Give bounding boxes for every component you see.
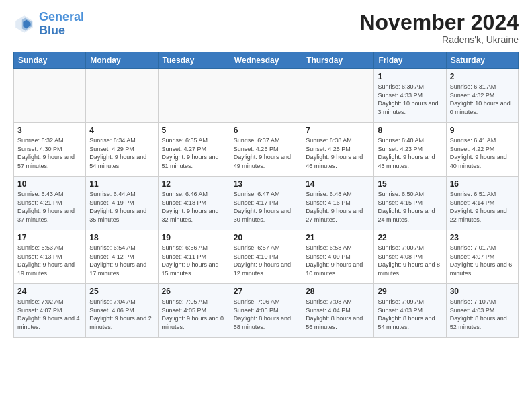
calendar-week-3: 10Sunrise: 6:43 AMSunset: 4:21 PMDayligh…: [14, 177, 519, 230]
day-info: Sunrise: 7:06 AMSunset: 4:05 PMDaylight:…: [234, 298, 298, 331]
calendar-cell: 27Sunrise: 7:06 AMSunset: 4:05 PMDayligh…: [230, 284, 302, 338]
day-info: Sunrise: 6:37 AMSunset: 4:26 PMDaylight:…: [234, 136, 298, 170]
day-number: 14: [306, 179, 370, 189]
day-info: Sunrise: 6:30 AMSunset: 4:33 PMDaylight:…: [378, 83, 442, 116]
calendar-cell: [158, 69, 230, 123]
calendar-week-1: 1Sunrise: 6:30 AMSunset: 4:33 PMDaylight…: [14, 69, 519, 123]
day-number: 27: [234, 287, 298, 296]
calendar-cell: 14Sunrise: 6:48 AMSunset: 4:16 PMDayligh…: [302, 177, 374, 230]
calendar-week-4: 17Sunrise: 6:53 AMSunset: 4:13 PMDayligh…: [14, 230, 519, 284]
calendar-table: Sunday Monday Tuesday Wednesday Thursday…: [13, 52, 519, 338]
calendar-cell: [230, 69, 302, 123]
day-info: Sunrise: 6:48 AMSunset: 4:16 PMDaylight:…: [306, 190, 370, 224]
calendar-cell: 23Sunrise: 7:01 AMSunset: 4:07 PMDayligh…: [446, 230, 518, 284]
day-info: Sunrise: 7:08 AMSunset: 4:04 PMDaylight:…: [306, 298, 370, 331]
header-tuesday: Tuesday: [158, 52, 230, 69]
calendar-cell: 7Sunrise: 6:38 AMSunset: 4:25 PMDaylight…: [302, 123, 374, 177]
calendar-cell: 25Sunrise: 7:04 AMSunset: 4:06 PMDayligh…: [86, 284, 158, 338]
day-number: 16: [450, 179, 515, 189]
day-info: Sunrise: 6:32 AMSunset: 4:30 PMDaylight:…: [17, 136, 82, 170]
day-number: 5: [162, 126, 226, 135]
day-info: Sunrise: 6:53 AMSunset: 4:13 PMDaylight:…: [17, 244, 82, 277]
day-info: Sunrise: 6:54 AMSunset: 4:12 PMDaylight:…: [89, 244, 154, 277]
day-number: 23: [450, 233, 515, 242]
day-number: 19: [162, 233, 226, 242]
day-info: Sunrise: 7:01 AMSunset: 4:07 PMDaylight:…: [450, 244, 515, 277]
day-info: Sunrise: 6:58 AMSunset: 4:09 PMDaylight:…: [306, 244, 370, 277]
day-number: 4: [89, 126, 154, 135]
day-number: 3: [17, 126, 82, 135]
calendar-cell: 19Sunrise: 6:56 AMSunset: 4:11 PMDayligh…: [158, 230, 230, 284]
calendar-cell: 30Sunrise: 7:10 AMSunset: 4:03 PMDayligh…: [446, 284, 518, 338]
day-number: 30: [450, 287, 515, 296]
logo-general: General: [39, 10, 84, 24]
day-number: 29: [378, 287, 442, 296]
header-monday: Monday: [86, 52, 158, 69]
day-number: 1: [378, 72, 442, 81]
calendar-cell: 20Sunrise: 6:57 AMSunset: 4:10 PMDayligh…: [230, 230, 302, 284]
day-info: Sunrise: 6:38 AMSunset: 4:25 PMDaylight:…: [306, 136, 370, 170]
day-number: 7: [306, 126, 370, 135]
day-info: Sunrise: 7:00 AMSunset: 4:08 PMDaylight:…: [378, 244, 442, 277]
calendar-cell: 24Sunrise: 7:02 AMSunset: 4:07 PMDayligh…: [14, 284, 86, 338]
page: General Blue November 2024 Radens'k, Ukr…: [0, 0, 532, 345]
calendar-cell: 28Sunrise: 7:08 AMSunset: 4:04 PMDayligh…: [302, 284, 374, 338]
header-wednesday: Wednesday: [230, 52, 302, 69]
day-number: 13: [234, 179, 298, 189]
day-number: 25: [89, 287, 154, 296]
month-title: November 2024: [359, 11, 519, 34]
day-info: Sunrise: 7:04 AMSunset: 4:06 PMDaylight:…: [89, 298, 154, 331]
logo-blue: Blue: [39, 24, 65, 37]
header-sunday: Sunday: [14, 52, 86, 69]
day-info: Sunrise: 6:43 AMSunset: 4:21 PMDaylight:…: [17, 190, 82, 224]
calendar-cell: 11Sunrise: 6:44 AMSunset: 4:19 PMDayligh…: [86, 177, 158, 230]
day-number: 9: [450, 126, 515, 135]
calendar-cell: 9Sunrise: 6:41 AMSunset: 4:22 PMDaylight…: [446, 123, 518, 177]
day-number: 26: [162, 287, 226, 296]
day-number: 21: [306, 233, 370, 242]
calendar-cell: 2Sunrise: 6:31 AMSunset: 4:32 PMDaylight…: [446, 69, 518, 123]
day-number: 10: [17, 179, 82, 189]
day-info: Sunrise: 6:41 AMSunset: 4:22 PMDaylight:…: [450, 136, 515, 170]
calendar-cell: 26Sunrise: 7:05 AMSunset: 4:05 PMDayligh…: [158, 284, 230, 338]
calendar-header: Sunday Monday Tuesday Wednesday Thursday…: [14, 52, 519, 69]
day-info: Sunrise: 6:50 AMSunset: 4:15 PMDaylight:…: [378, 190, 442, 224]
calendar-cell: 16Sunrise: 6:51 AMSunset: 4:14 PMDayligh…: [446, 177, 518, 230]
day-number: 2: [450, 72, 515, 81]
calendar-cell: 17Sunrise: 6:53 AMSunset: 4:13 PMDayligh…: [14, 230, 86, 284]
header-friday: Friday: [374, 52, 446, 69]
calendar-cell: 22Sunrise: 7:00 AMSunset: 4:08 PMDayligh…: [374, 230, 446, 284]
calendar-cell: 13Sunrise: 6:47 AMSunset: 4:17 PMDayligh…: [230, 177, 302, 230]
day-number: 6: [234, 126, 298, 135]
day-info: Sunrise: 6:57 AMSunset: 4:10 PMDaylight:…: [234, 244, 298, 277]
header-row: Sunday Monday Tuesday Wednesday Thursday…: [14, 52, 519, 69]
day-number: 11: [89, 179, 154, 189]
calendar-body: 1Sunrise: 6:30 AMSunset: 4:33 PMDaylight…: [14, 69, 519, 338]
day-number: 18: [89, 233, 154, 242]
day-number: 20: [234, 233, 298, 242]
calendar-week-2: 3Sunrise: 6:32 AMSunset: 4:30 PMDaylight…: [14, 123, 519, 177]
day-info: Sunrise: 6:46 AMSunset: 4:18 PMDaylight:…: [162, 190, 226, 224]
title-block: November 2024 Radens'k, Ukraine: [359, 11, 519, 45]
calendar-cell: 5Sunrise: 6:35 AMSunset: 4:27 PMDaylight…: [158, 123, 230, 177]
calendar-cell: [14, 69, 86, 123]
logo-icon: [13, 13, 35, 35]
header-thursday: Thursday: [302, 52, 374, 69]
day-number: 24: [17, 287, 82, 296]
day-info: Sunrise: 6:51 AMSunset: 4:14 PMDaylight:…: [450, 190, 515, 224]
day-info: Sunrise: 6:44 AMSunset: 4:19 PMDaylight:…: [89, 190, 154, 224]
day-number: 15: [378, 179, 442, 189]
day-info: Sunrise: 7:05 AMSunset: 4:05 PMDaylight:…: [162, 298, 226, 331]
calendar-cell: 12Sunrise: 6:46 AMSunset: 4:18 PMDayligh…: [158, 177, 230, 230]
calendar-cell: 15Sunrise: 6:50 AMSunset: 4:15 PMDayligh…: [374, 177, 446, 230]
day-info: Sunrise: 6:35 AMSunset: 4:27 PMDaylight:…: [162, 136, 226, 170]
calendar-cell: 8Sunrise: 6:40 AMSunset: 4:23 PMDaylight…: [374, 123, 446, 177]
calendar-week-5: 24Sunrise: 7:02 AMSunset: 4:07 PMDayligh…: [14, 284, 519, 338]
day-number: 17: [17, 233, 82, 242]
day-number: 28: [306, 287, 370, 296]
calendar-cell: 6Sunrise: 6:37 AMSunset: 4:26 PMDaylight…: [230, 123, 302, 177]
calendar-cell: 1Sunrise: 6:30 AMSunset: 4:33 PMDaylight…: [374, 69, 446, 123]
calendar-cell: 21Sunrise: 6:58 AMSunset: 4:09 PMDayligh…: [302, 230, 374, 284]
logo-text: General Blue: [39, 11, 84, 38]
day-number: 22: [378, 233, 442, 242]
